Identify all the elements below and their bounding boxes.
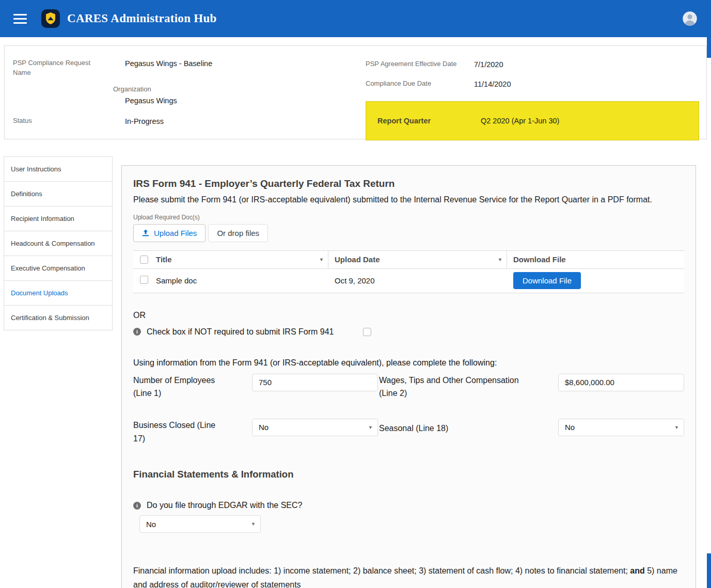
or-label: OR: [133, 311, 684, 320]
note-text: Financial information upload includes: 1…: [133, 566, 630, 575]
sidebar-item-headcount-compensation[interactable]: Headcount & Compensation: [4, 231, 113, 256]
drop-files-label: Or drop files: [217, 229, 259, 237]
employees-input[interactable]: [252, 374, 378, 391]
sidebar-item-label: Certification & Submission: [11, 314, 89, 322]
due-date-label: Compliance Due Date: [366, 79, 474, 89]
hamburger-icon: [13, 22, 27, 24]
table-row: Sample doc Oct 9, 2020 Download File: [133, 269, 684, 293]
info-icon[interactable]: i: [133, 502, 141, 510]
sidebar-item-executive-compensation[interactable]: Executive Compensation: [4, 256, 113, 281]
hamburger-menu-button[interactable]: [13, 14, 27, 24]
financial-statements-heading: Financial Statements & Information: [133, 469, 684, 480]
sidebar-item-label: Executive Compensation: [11, 264, 85, 272]
form-941-heading: IRS Form 941 - Employer’s Quarterly Fede…: [133, 178, 684, 189]
chevron-down-icon[interactable]: ▾: [320, 257, 323, 262]
request-name-value: Pegasus Wings - Baseline: [125, 58, 212, 78]
table-header-row: Title ▾ Upload Date ▾ Download File: [133, 250, 684, 269]
upload-icon: [142, 229, 149, 236]
app-screen: CARES Administration Hub PSP Compliance …: [0, 0, 711, 588]
sidebar-item-label: Headcount & Compensation: [11, 240, 95, 247]
column-header-upload-date: Upload Date: [335, 255, 380, 264]
select-value: No: [259, 423, 268, 432]
select-value: No: [565, 423, 575, 432]
user-icon: [682, 11, 698, 26]
organization-value: Pegasus Wings: [125, 96, 177, 106]
effective-date-label: PSP Agreement Effective Date: [366, 59, 474, 70]
upload-files-label: Upload Files: [154, 229, 197, 237]
wages-label: Wages, Tips and Other Compensation (Line…: [379, 374, 529, 400]
complete-following-label: Using information from the Form 941 (or …: [133, 358, 684, 368]
upload-required-label: Upload Required Doc(s): [133, 214, 684, 221]
scrollbar-thumb[interactable]: [707, 553, 711, 588]
shield-icon: [41, 9, 60, 28]
uploaded-docs-table: Title ▾ Upload Date ▾ Download File Samp…: [133, 250, 684, 293]
upload-date-cell: Oct 9, 2020: [328, 276, 507, 285]
chevron-down-icon: ▼: [674, 425, 679, 430]
edgar-question-label: Do you file through EDGAR with the SEC?: [147, 501, 302, 510]
organization-label: Organization: [113, 85, 177, 93]
due-date-value: 11/14/2020: [474, 79, 511, 89]
chevron-down-icon: ▼: [251, 521, 256, 527]
not-required-label: Check box if NOT required to submit IRS …: [147, 327, 334, 337]
request-name-label: PSP Compliance Request Name: [13, 58, 125, 78]
sidebar-item-user-instructions[interactable]: User Instructions: [4, 157, 113, 182]
sidebar-item-label: Recipient Information: [11, 215, 74, 223]
top-navigation-bar: CARES Administration Hub: [0, 0, 711, 37]
upload-files-button[interactable]: Upload Files: [133, 224, 206, 242]
seasonal-select[interactable]: No ▼: [558, 419, 684, 436]
download-file-button[interactable]: Download File: [513, 272, 581, 289]
document-uploads-panel: IRS Form 941 - Employer’s Quarterly Fede…: [121, 165, 696, 588]
hamburger-icon: [13, 18, 27, 20]
app-logo: [41, 9, 60, 28]
status-value: In-Progress: [125, 116, 164, 126]
sidebar-item-certification-submission[interactable]: Certification & Submission: [4, 306, 113, 330]
not-required-checkbox[interactable]: [363, 328, 371, 336]
user-avatar-button[interactable]: [682, 11, 698, 26]
business-closed-label: Business Closed (Line 17): [133, 419, 224, 445]
sidebar-item-label: Definitions: [11, 190, 42, 198]
note-text-bold: and: [630, 566, 644, 575]
sidebar-item-recipient-information[interactable]: Recipient Information: [4, 206, 113, 231]
select-all-checkbox[interactable]: [140, 256, 148, 264]
financial-upload-note: Financial information upload includes: 1…: [133, 564, 684, 588]
status-label: Status: [13, 116, 125, 126]
effective-date-value: 7/1/2020: [474, 59, 503, 70]
hamburger-icon: [13, 14, 27, 15]
row-checkbox[interactable]: [140, 276, 148, 284]
sidebar-item-label: Document Uploads: [11, 289, 68, 297]
compliance-request-card: PSP Compliance Request Name Pegasus Wing…: [4, 45, 707, 139]
select-value: No: [146, 520, 156, 529]
info-icon[interactable]: i: [133, 328, 141, 336]
section-sidebar: User Instructions Definitions Recipient …: [4, 156, 113, 330]
drop-files-zone[interactable]: Or drop files: [208, 224, 268, 242]
edgar-select[interactable]: No ▼: [139, 515, 261, 533]
column-header-title: Title: [156, 255, 172, 264]
scrollbar-thumb[interactable]: [707, 37, 711, 58]
report-quarter-value: Q2 2020 (Apr 1-Jun 30): [481, 117, 559, 125]
doc-title-cell: Sample doc: [154, 276, 328, 285]
form-941-description: Please submit the Form 941 (or IRS-accep…: [133, 194, 684, 206]
business-closed-select[interactable]: No ▼: [252, 419, 378, 436]
app-title: CARES Administration Hub: [67, 12, 217, 25]
report-quarter-highlight: Report Quarter Q2 2020 (Apr 1-Jun 30): [366, 101, 699, 140]
report-quarter-label: Report Quarter: [377, 117, 481, 125]
sidebar-item-document-uploads[interactable]: Document Uploads: [4, 281, 113, 306]
wages-input[interactable]: [558, 374, 684, 391]
seasonal-label: Seasonal (Line 18): [379, 419, 529, 435]
column-header-download-file: Download File: [513, 255, 566, 264]
sidebar-item-label: User Instructions: [11, 165, 61, 173]
employees-label: Number of Employees (Line 1): [133, 374, 224, 400]
chevron-down-icon: ▼: [368, 425, 373, 430]
chevron-down-icon[interactable]: ▾: [499, 257, 501, 262]
sidebar-item-definitions[interactable]: Definitions: [4, 182, 113, 206]
